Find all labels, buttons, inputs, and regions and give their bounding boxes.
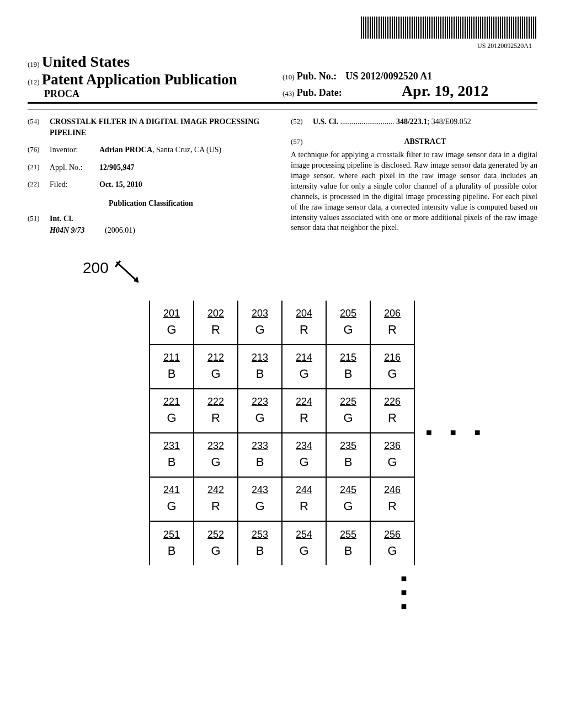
right-column: (52) U.S. Cl. ..........................… (291, 116, 537, 243)
grid-cell: 204R (282, 301, 326, 345)
dot-v2: ■ (270, 586, 537, 599)
cell-ref: 245 (340, 484, 356, 496)
cell-ref: 206 (384, 308, 401, 319)
barcode-graphic (361, 17, 537, 39)
cell-color: B (256, 367, 264, 381)
intcl-value: H04N 9/73 (50, 225, 105, 236)
cell-color: G (255, 499, 264, 513)
grid-cell: 215B (326, 345, 370, 389)
dot-v1: ■ (270, 572, 537, 586)
grid-cell: 226R (370, 389, 414, 433)
cell-color: G (299, 367, 308, 381)
grid-cell: 211B (150, 345, 194, 389)
grid-cell: 206R (370, 301, 414, 345)
cell-color: G (387, 455, 397, 469)
cell-ref: 221 (163, 396, 180, 408)
cell-color: R (300, 323, 308, 337)
classification-header: Publication Classification (28, 198, 274, 209)
cell-ref: 231 (163, 440, 180, 452)
grid-cell: 251B (150, 521, 194, 565)
pub-date-label: Pub. Date: (297, 87, 342, 98)
inventor-label: Inventor: (50, 144, 99, 156)
grid-cell: 205G (326, 301, 370, 345)
cell-color: R (211, 323, 220, 337)
cell-color: G (255, 411, 264, 425)
cell-ref: 243 (252, 484, 268, 496)
uscl-label: U.S. Cl. (313, 117, 338, 126)
filed-value: Oct. 15, 2010 (99, 179, 274, 190)
cell-ref: 215 (340, 352, 356, 363)
grid-cell: 244R (282, 477, 326, 521)
country-name: United States (42, 53, 130, 70)
cell-ref: 205 (340, 308, 356, 319)
cell-ref: 202 (207, 308, 224, 319)
cell-ref: 241 (163, 484, 180, 496)
appl-value: 12/905,947 (99, 162, 274, 173)
grid-cell: 255B (326, 521, 370, 565)
grid-cell: 223G (238, 389, 282, 433)
inventor-location: , Santa Cruz, CA (US) (152, 146, 221, 154)
cell-color: R (300, 499, 308, 513)
grid-wrapper: 201G202R203G204R205G206R211B212G213B214G… (149, 301, 537, 565)
pub-type-prefix: (12) (28, 78, 40, 86)
cell-color: R (388, 499, 397, 513)
cell-color: R (388, 411, 397, 425)
uscl-code: (52) (291, 116, 313, 127)
uscl-row: (52) U.S. Cl. ..........................… (291, 116, 537, 127)
cell-ref: 235 (340, 440, 356, 452)
cell-ref: 256 (384, 529, 401, 540)
cell-color: B (168, 455, 176, 469)
horizontal-dots: ■ ■ ■ (426, 427, 488, 438)
uscl-rest: ; 348/E09.052 (427, 117, 471, 126)
country-prefix: (19) (28, 60, 40, 68)
grid-cell: 241G (150, 477, 194, 521)
cell-color: B (256, 544, 264, 558)
cell-ref: 224 (296, 396, 312, 408)
cell-color: G (387, 544, 397, 558)
pub-type: Patent Application Publication (42, 71, 237, 88)
grid-cell: 231B (150, 433, 194, 477)
grid-row: 241G242R243G244R245G246R (150, 477, 414, 521)
figure-area: 200 201G202R203G204R205G206R211B212G213B… (28, 259, 537, 614)
cell-ref: 214 (296, 352, 312, 363)
title-code: (54) (28, 116, 50, 138)
cell-ref: 203 (252, 308, 268, 319)
barcode-area: US 20120092520A1 (28, 17, 537, 50)
header-block: (19) United States (12) Patent Applicati… (28, 53, 537, 104)
cell-ref: 216 (384, 352, 401, 363)
appl-row: (21) Appl. No.: 12/905,947 (28, 162, 274, 173)
grid-cell: 236G (370, 433, 414, 477)
grid-cell: 252G (194, 521, 238, 565)
cell-color: R (211, 411, 220, 425)
cell-ref: 201 (163, 308, 180, 319)
cell-color: G (387, 367, 397, 381)
intcl-code: (51) (28, 213, 50, 224)
inventor-code: (76) (28, 144, 50, 156)
inventor-value: Adrian PROCA, Santa Cruz, CA (US) (99, 144, 274, 156)
grid-cell: 254G (282, 521, 326, 565)
title-row: (54) CROSSTALK FILTER IN A DIGITAL IMAGE… (28, 116, 274, 138)
inventor-row: (76) Inventor: Adrian PROCA, Santa Cruz,… (28, 144, 274, 156)
grid-cell: 201G (150, 301, 194, 345)
cell-ref: 211 (163, 352, 180, 363)
grid-cell: 212G (194, 345, 238, 389)
body-columns: (54) CROSSTALK FILTER IN A DIGITAL IMAGE… (28, 116, 537, 243)
grid-cell: 235B (326, 433, 370, 477)
cell-ref: 234 (296, 440, 312, 452)
cell-color: G (167, 499, 176, 513)
patent-title: CROSSTALK FILTER IN A DIGITAL IMAGE PROC… (50, 116, 274, 138)
cell-color: G (211, 367, 220, 381)
cell-ref: 225 (340, 396, 356, 408)
pub-no-prefix: (10) (282, 73, 295, 81)
cell-color: R (211, 499, 220, 513)
grid-row: 211B212G213B214G215B216G (150, 345, 414, 389)
pub-date-value: Apr. 19, 2012 (402, 82, 489, 99)
intcl-edition: (2006.01) (105, 225, 135, 236)
grid-row: 201G202R203G204R205G206R (150, 301, 414, 345)
pub-no-label: Pub. No.: (297, 71, 337, 82)
barcode-text: US 20120092520A1 (28, 42, 537, 50)
cell-color: G (343, 323, 353, 337)
grid-cell: 256G (370, 521, 414, 565)
cell-color: G (299, 544, 308, 558)
grid-cell: 221G (150, 389, 194, 433)
